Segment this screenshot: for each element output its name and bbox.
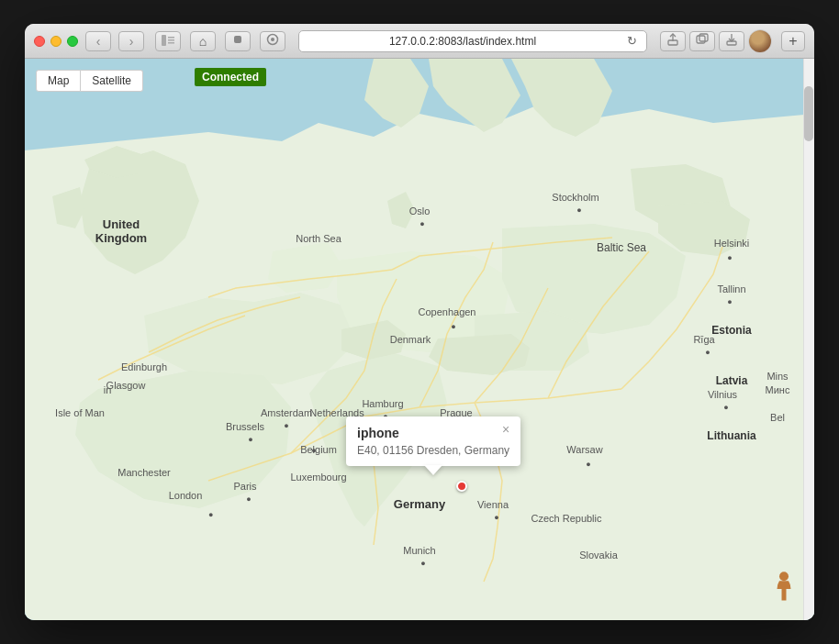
maximize-button[interactable] bbox=[67, 36, 78, 47]
svg-text:Warsaw: Warsaw bbox=[566, 444, 602, 455]
svg-text:●: ● bbox=[586, 460, 590, 469]
svg-text:Stockholm: Stockholm bbox=[552, 192, 598, 203]
svg-text:Brussels: Brussels bbox=[226, 421, 265, 432]
svg-point-6 bbox=[271, 38, 274, 41]
connected-label: Connected bbox=[202, 71, 259, 83]
browser-window: ‹ › ⌂ bbox=[25, 24, 814, 620]
forward-button[interactable]: › bbox=[118, 31, 144, 51]
svg-text:●: ● bbox=[420, 219, 424, 228]
back-button[interactable]: ‹ bbox=[85, 31, 111, 51]
close-button[interactable] bbox=[34, 36, 45, 47]
map-tab-map[interactable]: Map bbox=[36, 70, 81, 92]
forward-icon: › bbox=[129, 34, 134, 49]
svg-text:Hamburg: Hamburg bbox=[362, 398, 403, 409]
svg-text:Glasgow: Glasgow bbox=[106, 380, 146, 391]
copy-window-icon bbox=[696, 33, 709, 49]
svg-text:●: ● bbox=[451, 322, 455, 331]
scrollbar-thumb[interactable] bbox=[804, 86, 813, 141]
map-container[interactable]: United Kingdom Isle of Man in Edinburgh … bbox=[25, 59, 814, 620]
close-icon: × bbox=[502, 422, 509, 437]
info-window: × iphone E40, 01156 Dresden, Germany bbox=[346, 416, 520, 466]
svg-text:London: London bbox=[169, 490, 203, 501]
sidebar-button[interactable] bbox=[155, 31, 181, 51]
svg-text:Baltic Sea: Baltic Sea bbox=[597, 241, 646, 254]
refresh-button[interactable]: ↻ bbox=[624, 34, 639, 49]
svg-text:●: ● bbox=[705, 348, 710, 357]
minimize-button[interactable] bbox=[50, 36, 62, 47]
svg-rect-9 bbox=[699, 34, 708, 41]
extensions-button[interactable] bbox=[260, 31, 285, 51]
svg-text:Mins: Mins bbox=[766, 371, 789, 382]
svg-text:Kingdom: Kingdom bbox=[95, 231, 147, 245]
traffic-lights bbox=[34, 36, 78, 47]
upload-button[interactable] bbox=[660, 31, 686, 51]
new-tab-button[interactable]: + bbox=[781, 31, 805, 51]
location-dot[interactable] bbox=[456, 481, 467, 492]
download-icon bbox=[726, 33, 737, 49]
svg-rect-8 bbox=[697, 36, 705, 43]
avatar-image bbox=[749, 30, 771, 52]
svg-text:Минс: Минс bbox=[766, 384, 790, 395]
address-bar[interactable]: 127.0.0.2:8083/last/index.html ↻ bbox=[298, 30, 647, 52]
svg-text:●: ● bbox=[420, 559, 425, 568]
upload-icon bbox=[667, 33, 678, 49]
download-button[interactable] bbox=[719, 31, 744, 51]
sidebar-icon bbox=[162, 35, 174, 48]
svg-text:Bel: Bel bbox=[770, 412, 785, 423]
map-controls: Map Satellite bbox=[36, 70, 143, 92]
svg-text:Luxembourg: Luxembourg bbox=[290, 472, 346, 483]
svg-text:Germany: Germany bbox=[394, 497, 446, 511]
svg-text:●: ● bbox=[723, 403, 728, 412]
stop-icon bbox=[232, 34, 243, 48]
svg-text:Isle of Man: Isle of Man bbox=[55, 407, 105, 418]
info-close-button[interactable]: × bbox=[498, 422, 513, 437]
svg-text:Slovakia: Slovakia bbox=[579, 550, 618, 561]
svg-text:Lithuania: Lithuania bbox=[707, 429, 756, 442]
svg-text:●: ● bbox=[576, 205, 581, 215]
svg-text:North Sea: North Sea bbox=[296, 233, 341, 244]
map-tab-satellite-label: Satellite bbox=[92, 74, 131, 87]
svg-text:Paris: Paris bbox=[233, 481, 257, 492]
svg-text:Oslo: Oslo bbox=[409, 205, 431, 217]
home-button[interactable]: ⌂ bbox=[190, 31, 216, 51]
scrollbar-track bbox=[803, 59, 814, 620]
right-toolbar bbox=[660, 29, 772, 53]
svg-text:Czech Republic: Czech Republic bbox=[531, 513, 602, 524]
svg-text:United: United bbox=[103, 217, 140, 231]
svg-text:●: ● bbox=[311, 446, 316, 455]
svg-text:●: ● bbox=[727, 297, 732, 306]
map-svg: United Kingdom Isle of Man in Edinburgh … bbox=[25, 59, 814, 620]
svg-text:●: ● bbox=[248, 435, 252, 444]
back-icon: ‹ bbox=[96, 34, 101, 49]
svg-text:Rīga: Rīga bbox=[693, 334, 715, 345]
svg-rect-1 bbox=[168, 37, 174, 39]
svg-text:Belgium: Belgium bbox=[300, 444, 337, 455]
extensions-icon bbox=[266, 33, 279, 49]
stop-button[interactable] bbox=[225, 31, 251, 51]
home-icon: ⌂ bbox=[199, 34, 207, 49]
refresh-icon: ↻ bbox=[627, 34, 637, 48]
svg-text:Amsterdam: Amsterdam bbox=[261, 407, 312, 418]
copy-window-button[interactable] bbox=[689, 31, 715, 51]
svg-text:Vienna: Vienna bbox=[477, 499, 509, 510]
info-address: E40, 01156 Dresden, Germany bbox=[357, 444, 509, 457]
svg-text:Denmark: Denmark bbox=[390, 334, 431, 345]
svg-text:Latvia: Latvia bbox=[716, 374, 748, 387]
svg-text:Tallinn: Tallinn bbox=[717, 283, 745, 294]
svg-rect-4 bbox=[234, 36, 241, 43]
svg-text:Vilnius: Vilnius bbox=[708, 389, 738, 400]
user-avatar[interactable] bbox=[748, 29, 772, 53]
svg-rect-0 bbox=[162, 35, 166, 46]
svg-text:Munich: Munich bbox=[403, 545, 435, 556]
svg-text:●: ● bbox=[494, 513, 498, 522]
title-bar: ‹ › ⌂ bbox=[25, 24, 814, 59]
svg-point-69 bbox=[779, 572, 789, 581]
map-tab-satellite[interactable]: Satellite bbox=[81, 70, 143, 92]
svg-text:●: ● bbox=[246, 494, 251, 504]
streetview-pegman[interactable] bbox=[770, 571, 798, 604]
new-tab-icon: + bbox=[789, 33, 797, 50]
map-tab-map-label: Map bbox=[48, 74, 69, 87]
svg-text:Helsinki: Helsinki bbox=[714, 238, 750, 249]
svg-rect-2 bbox=[168, 39, 174, 41]
svg-text:Manchester: Manchester bbox=[117, 467, 171, 478]
